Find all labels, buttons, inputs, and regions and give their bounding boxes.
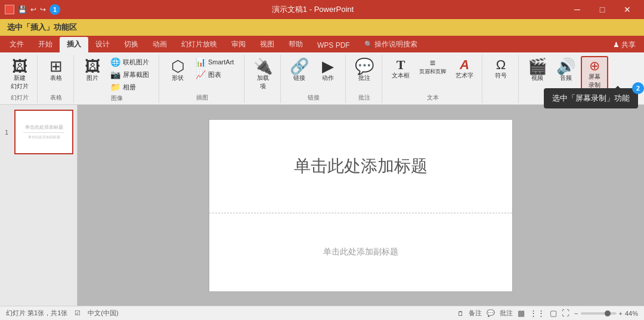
tab-wpspdf[interactable]: WPS PDF: [310, 39, 357, 52]
textbox-label: 文本框: [392, 72, 410, 80]
zoom-in-icon[interactable]: +: [619, 310, 623, 317]
close-button[interactable]: ✕: [615, 0, 639, 19]
tab-slideshow[interactable]: 幻灯片放映: [174, 37, 224, 52]
link-label: 链接: [293, 74, 305, 82]
group-addin: 🔌 加载 项: [246, 55, 281, 103]
tab-view[interactable]: 视图: [253, 37, 281, 52]
tab-file[interactable]: 文件: [2, 37, 31, 52]
title-bar-left: 💾 ↩ ↪ 1: [5, 4, 60, 15]
tab-search[interactable]: 🔍操作说明搜索: [357, 37, 425, 52]
share-button[interactable]: ♟ 共享: [607, 38, 642, 52]
image-col: 🌐 联机图片 📷 屏幕截图 📁 相册: [107, 56, 155, 93]
group-comment-buttons: 💬 批注: [351, 56, 378, 92]
status-lang: 中文(中国): [88, 309, 118, 318]
link-button[interactable]: 🔗 链接: [286, 56, 313, 83]
comments-label[interactable]: 批注: [500, 309, 513, 318]
group-table: ⊞ 表格 表格: [39, 55, 74, 103]
minimize-button[interactable]: ─: [565, 0, 589, 19]
tab-design[interactable]: 设计: [88, 37, 117, 52]
group-link-buttons: 🔗 链接 ▶ 动作: [286, 56, 342, 92]
video-label: 视频: [531, 74, 543, 82]
tab-transition[interactable]: 切换: [117, 37, 145, 52]
slide-number: 1: [5, 129, 8, 136]
redo-icon[interactable]: ↪: [40, 5, 46, 14]
addin-button[interactable]: 🔌 加载 项: [249, 56, 277, 92]
picture-button[interactable]: 🖼 图片: [79, 56, 106, 83]
title-bar: 💾 ↩ ↪ 1 演示文稿1 - PowerPoint ─ □ ✕: [0, 0, 644, 19]
view-reader-icon[interactable]: ▢: [550, 309, 557, 318]
title-bar-controls: ─ □ ✕: [565, 0, 639, 19]
addin-icon: 🔌: [253, 58, 273, 74]
album-button[interactable]: 📁 相册: [107, 81, 155, 93]
screen-record-button[interactable]: ⊕ 屏幕 录制: [581, 56, 608, 92]
wordart-button[interactable]: A 艺术字: [451, 56, 478, 81]
group-table-buttons: ⊞ 表格: [42, 56, 70, 92]
new-slide-button[interactable]: 🖼 新建 幻灯片: [6, 56, 33, 92]
save-icon[interactable]: 💾: [18, 5, 27, 14]
group-link: 🔗 链接 ▶ 动作 链接: [282, 55, 346, 103]
new-slide-label: 新建: [14, 74, 26, 82]
audio-button[interactable]: 🔊 音频: [552, 56, 580, 83]
video-button[interactable]: 🎬 视频: [524, 56, 551, 83]
slide-thumbnail[interactable]: 1 单击此处添加标题 单击此处添加副标题: [14, 110, 73, 154]
app-icon: [5, 5, 14, 14]
undo-icon[interactable]: ↩: [30, 5, 36, 14]
view-grid-icon[interactable]: ⋮⋮: [530, 309, 545, 318]
shape-button[interactable]: ⬡ 形状: [164, 56, 191, 83]
textbox-button[interactable]: T 文本框: [387, 56, 414, 81]
tab-review[interactable]: 审阅: [224, 37, 253, 52]
group-text-buttons: T 文本框 ≡ 页眉和页脚 A 艺术字: [387, 56, 478, 92]
comments-icon[interactable]: 💬: [487, 309, 495, 317]
group-slide: 🖼 新建 幻灯片 幻灯片: [2, 55, 38, 103]
maximize-button[interactable]: □: [590, 0, 614, 19]
view-fullscreen-icon[interactable]: ⛶: [562, 309, 569, 318]
smartart-button[interactable]: 📊 SmartArt: [193, 56, 240, 68]
screenshot-button[interactable]: 📷 屏幕截图: [107, 69, 155, 80]
header-footer-icon: ≡: [430, 58, 435, 68]
group-illustration-buttons: ⬡ 形状 📊 SmartArt 📈 图表: [164, 56, 240, 92]
action-button[interactable]: ▶ 动作: [314, 56, 342, 83]
group-slide-buttons: 🖼 新建 幻灯片: [6, 56, 33, 92]
action-label: 动作: [322, 74, 334, 82]
chart-button[interactable]: 📈 图表: [193, 69, 240, 80]
notes-label[interactable]: 备注: [469, 309, 482, 318]
comment-icon: 💬: [355, 58, 374, 74]
slide-subtitle-placeholder: 单击此处添加副标题: [323, 247, 398, 257]
tab-start[interactable]: 开始: [31, 37, 60, 52]
status-icon-check: ☑: [75, 309, 80, 317]
wordart-label: 艺术字: [456, 72, 473, 80]
new-slide-icon: 🖼: [12, 58, 27, 74]
online-picture-button[interactable]: 🌐 联机图片: [107, 56, 155, 68]
header-footer-button[interactable]: ≡ 页眉和页脚: [416, 56, 450, 77]
header-footer-label: 页眉和页脚: [419, 68, 446, 76]
tab-help[interactable]: 帮助: [281, 37, 310, 52]
smartart-label: SmartArt: [208, 58, 234, 66]
view-normal-icon[interactable]: ▦: [518, 309, 525, 318]
online-picture-icon: 🌐: [110, 57, 120, 67]
page-info: 幻灯片 第1张，共1张: [6, 309, 67, 318]
album-label: 相册: [123, 83, 136, 92]
group-image-label: 图像: [111, 93, 123, 102]
group-symbol: Ω 符号: [484, 55, 519, 103]
zoom-area: − + 44%: [574, 310, 638, 317]
group-illustration-label: 插图: [196, 92, 208, 102]
group-link-label: 链接: [308, 92, 320, 102]
tab-insert[interactable]: 插入: [60, 37, 88, 52]
screenshot-label: 屏幕截图: [123, 70, 149, 79]
main-area: 1 单击此处添加标题 单击此处添加副标题 单击此处添加标题 单击此处添加副标题: [0, 105, 644, 306]
table-icon: ⊞: [49, 58, 63, 74]
link-icon: 🔗: [290, 58, 309, 74]
table-button[interactable]: ⊞ 表格: [42, 56, 70, 83]
group-comment: 💬 批注 批注: [347, 55, 382, 103]
symbol-button[interactable]: Ω 符号: [487, 56, 515, 81]
notes-icon[interactable]: 🗒: [457, 310, 464, 317]
tab-animation[interactable]: 动画: [145, 37, 174, 52]
slide-subtitle-area[interactable]: 单击此处添加副标题: [209, 213, 512, 291]
zoom-level: 44%: [625, 310, 638, 317]
window-title: 演示文稿1 - PowerPoint: [60, 4, 565, 15]
zoom-out-icon[interactable]: −: [574, 310, 578, 317]
group-image-buttons: 🖼 图片 🌐 联机图片 📷 屏幕截图 📁 相册: [79, 56, 155, 93]
comment-button[interactable]: 💬 批注: [351, 56, 378, 83]
zoom-slider[interactable]: [581, 312, 617, 315]
slide-title-area[interactable]: 单击此处添加标题: [209, 120, 512, 214]
